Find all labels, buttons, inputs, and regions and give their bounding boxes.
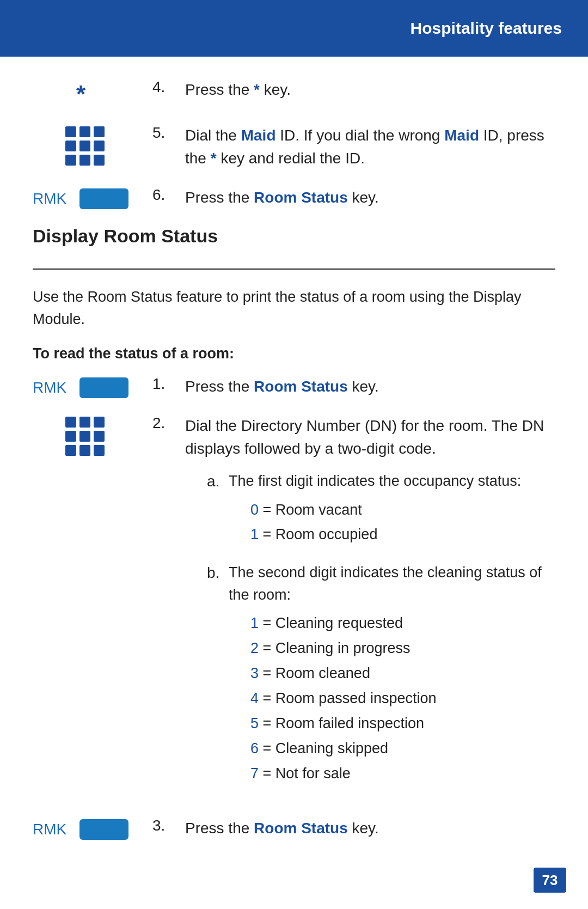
step-6-content: 6. Press the Room Status key. [152,186,555,209]
page-number: 73 [534,868,566,893]
section-heading: Display Room Status [33,225,555,247]
cleaning-num-1: 1 [250,615,259,631]
cleaning-4: 4 = Room passed inspection [250,686,555,711]
status-num-0: 0 [250,502,259,518]
ds-rmk-label-1: RMK [33,379,66,396]
room-status-label-6: Room Status [254,189,348,206]
ds-step-1-number: 1. [152,375,174,393]
sub-text-a: The first digit indicates the occupancy … [229,470,555,553]
step-4-star: * [254,81,260,98]
ds-room-status-3: Room Status [254,820,348,837]
rmk-label-6: RMK [33,190,66,208]
section-divider [33,269,555,270]
cleaning-3: 3 = Room cleaned [250,661,555,686]
step-5-star: * [211,150,217,167]
step-5-icon-area [33,124,152,166]
cleaning-num-7: 7 [250,765,259,782]
ds-rmk-label-3: RMK [33,821,66,838]
sub-text-b: The second digit indicates the cleaning … [229,562,555,791]
step-6-number: 6. [152,186,174,204]
ds-step-1-text: Press the Room Status key. [174,375,555,398]
step-5-row: 5. Dial the Maid ID. If you dial the wro… [33,124,555,170]
step-4-number: 4. [152,78,174,96]
step-5-number: 5. [152,124,174,142]
sub-heading: To read the status of a room: [33,345,555,362]
rmk-button-6 [79,188,128,209]
header-bar: Hospitality features [0,0,588,57]
maid-label-2: Maid [444,127,479,144]
ds-step-1-row: RMK 1. Press the Room Status key. [33,375,555,398]
step-6-text: Press the Room Status key. [174,186,555,209]
cleaning-num-3: 3 [250,665,259,681]
cleaning-num-5: 5 [250,715,259,731]
ds-step-3-number: 3. [152,817,174,834]
status-num-1: 1 [250,526,259,542]
star-icon: * [76,81,85,108]
sub-item-a: a. The first digit indicates the occupan… [185,470,555,553]
step-6-rmk: RMK [33,188,128,209]
ds-rmk-1: RMK [33,377,128,398]
status-1: 1 = Room occupied [250,522,555,547]
sub-label-b: b. [207,562,229,584]
maid-label-1: Maid [241,127,276,144]
sub-label-a: a. [207,470,229,493]
ds-step-3-icon: RMK [33,817,152,840]
step-4-icon-area: * [33,78,152,108]
step-4-content: 4. Press the * key. [152,78,555,101]
top-steps: * 4. Press the * key. 5. Dia [33,78,555,209]
occupancy-status-list: 0 = Room vacant 1 = Room occupied [250,498,555,548]
ds-step-3-row: RMK 3. Press the Room Status key. [33,817,555,840]
ds-step-2-row: 2. Dial the Directory Number (DN) for th… [33,414,555,801]
cleaning-5: 5 = Room failed inspection [250,711,555,736]
ds-step-3-content: 3. Press the Room Status key. [152,817,555,840]
cleaning-num-6: 6 [250,740,259,757]
ds-rmk-button-3 [79,819,128,840]
section-intro: Use the Room Status feature to print the… [33,286,555,330]
step-6-row: RMK 6. Press the Room Status key. [33,186,555,209]
cleaning-num-2: 2 [250,640,259,656]
status-0: 0 = Room vacant [250,498,555,523]
ds-rmk-button-1 [79,377,128,398]
ds-step-3-text: Press the Room Status key. [174,817,555,840]
ds-step-2-content: 2. Dial the Directory Number (DN) for th… [152,414,555,801]
step-5-text: Dial the Maid ID. If you dial the wrong … [174,124,555,170]
step-4-text: Press the * key. [174,78,555,101]
cleaning-1: 1 = Cleaning requested [250,611,555,636]
step-5-content: 5. Dial the Maid ID. If you dial the wro… [152,124,555,170]
ds-step-1-content: 1. Press the Room Status key. [152,375,555,398]
cleaning-status-list: 1 = Cleaning requested 2 = Cleaning in p… [250,611,555,786]
keypad-icon-2 [65,417,105,456]
cleaning-7: 7 = Not for sale [250,761,555,786]
keypad-icon-5 [65,126,105,166]
cleaning-num-4: 4 [250,690,259,706]
ds-step-2-icon [33,414,152,456]
ds-step-2-number: 2. [152,414,174,432]
ds-rmk-3: RMK [33,819,128,840]
step-4-row: * 4. Press the * key. [33,78,555,108]
sub-item-b: b. The second digit indicates the cleani… [185,562,555,791]
ds-room-status-1: Room Status [254,378,348,395]
ds-step-2-text: Dial the Directory Number (DN) for the r… [174,414,555,801]
header-title: Hospitality features [411,19,562,38]
cleaning-6: 6 = Cleaning skipped [250,736,555,761]
ds-step-1-icon: RMK [33,375,152,398]
cleaning-2: 2 = Cleaning in progress [250,636,555,661]
step-6-icon-area: RMK [33,186,152,209]
main-content: * 4. Press the * key. 5. Dia [0,57,588,889]
